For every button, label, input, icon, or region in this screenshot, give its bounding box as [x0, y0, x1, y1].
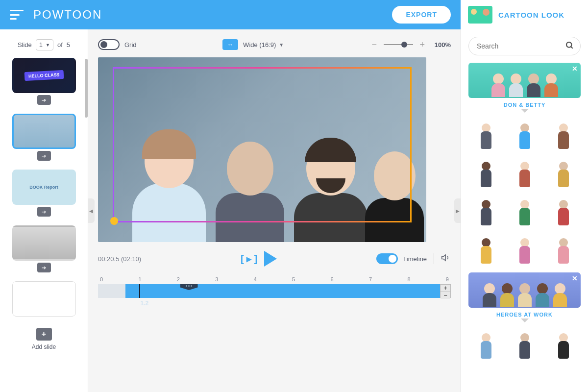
- collapse-left-icon[interactable]: ◀: [88, 198, 95, 223]
- timeline-add-button[interactable]: +: [441, 285, 450, 292]
- slide-thumb-4[interactable]: [12, 225, 76, 261]
- selection-box[interactable]: [113, 67, 412, 222]
- character-item[interactable]: [546, 327, 581, 359]
- character-item[interactable]: [468, 118, 503, 149]
- category-thumb: [468, 6, 492, 24]
- slide-select[interactable]: 1 ▼: [36, 39, 53, 50]
- slides-panel: Slide 1 ▼ of 5 HELLO CLASS ➔ ➔ BOOK Repo…: [0, 29, 88, 392]
- pack-banner[interactable]: ✕: [468, 63, 581, 98]
- menu-icon[interactable]: [10, 10, 24, 20]
- category-header[interactable]: CARTOON LOOK: [461, 0, 588, 29]
- character-item[interactable]: [507, 232, 542, 264]
- character-item[interactable]: [546, 194, 581, 225]
- slide-counter: Slide 1 ▼ of 5: [18, 39, 70, 50]
- divider: [434, 253, 434, 264]
- slide-total: 5: [67, 41, 70, 49]
- character-item[interactable]: [546, 118, 581, 149]
- character-item[interactable]: [507, 118, 542, 149]
- transition-icon[interactable]: ➔: [37, 151, 51, 161]
- character-item[interactable]: [468, 194, 503, 225]
- grid-toggle[interactable]: [98, 39, 120, 50]
- category-title: CARTOON LOOK: [498, 11, 564, 19]
- playback-bar: 00:20.5 (02:10) [ ▸ ] Timeline: [98, 251, 451, 267]
- pack-name: HEROES AT WORK: [468, 312, 581, 318]
- export-button[interactable]: EXPORT: [392, 6, 451, 24]
- zoom-out-button[interactable]: −: [370, 40, 379, 50]
- canvas-area: ◀ ▶ Grid ↔ Wide (16:9) ▼ − + 100%: [88, 29, 461, 392]
- app-header: POWTOON EXPORT CARTOON LOOK: [0, 0, 588, 29]
- slide-thumb-2[interactable]: [12, 114, 76, 149]
- character-item[interactable]: [468, 156, 503, 187]
- slide-label: Slide: [18, 41, 32, 49]
- plus-icon: +: [36, 328, 52, 341]
- close-icon[interactable]: ✕: [572, 274, 578, 282]
- timeline-remove-button[interactable]: −: [441, 292, 450, 299]
- canvas[interactable]: [98, 57, 426, 242]
- collapse-right-icon[interactable]: ▶: [454, 198, 461, 223]
- grid-label: Grid: [124, 41, 137, 49]
- character-item[interactable]: [468, 327, 503, 359]
- timeline-label: Timeline: [403, 255, 427, 263]
- pack-name: DON & BETTY: [468, 102, 581, 108]
- character-pack: ✕ DON & BETTY: [468, 63, 581, 264]
- zoom-value: 100%: [435, 41, 451, 49]
- slide-thumb-3[interactable]: BOOK Report: [12, 170, 76, 205]
- transition-icon[interactable]: ➔: [37, 207, 51, 217]
- zoom-slider[interactable]: [384, 44, 413, 45]
- transition-icon[interactable]: ➔: [37, 263, 51, 272]
- assets-panel: ✕ DON & BETTY ✕: [461, 29, 588, 392]
- svg-marker-0: [442, 255, 446, 261]
- play-button[interactable]: [264, 251, 277, 267]
- time-display: 00:20.5 (02:10): [98, 255, 141, 263]
- svg-point-1: [566, 42, 572, 48]
- character-item[interactable]: [507, 194, 542, 225]
- chevron-down-icon[interactable]: ▼: [279, 42, 284, 48]
- of-label: of: [57, 41, 63, 49]
- close-icon[interactable]: ✕: [572, 65, 578, 73]
- expand-icon: ↔: [227, 41, 233, 48]
- character-item[interactable]: [546, 232, 581, 264]
- aspect-label: Wide (16:9): [243, 41, 276, 49]
- scrollbar[interactable]: [85, 59, 88, 118]
- character-item[interactable]: [507, 156, 542, 187]
- transition-icon[interactable]: ➔: [37, 95, 51, 105]
- volume-icon[interactable]: [441, 253, 451, 265]
- timeline-indicator: 1.2: [140, 300, 451, 307]
- chevron-down-icon: [521, 109, 529, 113]
- timeline-ruler: 0 1 2 3 4 5 6 7 8 9: [98, 276, 451, 284]
- timeline: 0 1 2 3 4 5 6 7 8 9 + −: [98, 276, 451, 307]
- aspect-badge[interactable]: ↔: [222, 39, 238, 50]
- character-pack: ✕ HEROES AT WORK: [468, 272, 581, 359]
- character-item[interactable]: [507, 327, 542, 359]
- slide-thumb-5[interactable]: [12, 281, 76, 317]
- slide-thumb-1[interactable]: HELLO CLASS: [12, 58, 76, 93]
- playhead[interactable]: [139, 284, 140, 298]
- zoom-in-button[interactable]: +: [418, 40, 427, 50]
- pack-banner[interactable]: ✕: [468, 272, 581, 308]
- search-icon[interactable]: [565, 41, 574, 51]
- search-input[interactable]: [468, 37, 581, 55]
- selection-handle[interactable]: [110, 217, 118, 225]
- character-item[interactable]: [468, 232, 503, 264]
- play-section-button[interactable]: [ ▸ ]: [241, 253, 257, 265]
- character-item[interactable]: [546, 156, 581, 187]
- chevron-down-icon: ▼: [46, 43, 50, 48]
- timeline-track[interactable]: [98, 284, 440, 298]
- canvas-toolbar: Grid ↔ Wide (16:9) ▼ − + 100%: [98, 39, 451, 50]
- chevron-down-icon: [521, 318, 529, 322]
- app-logo: POWTOON: [33, 8, 102, 22]
- timeline-toggle[interactable]: [376, 253, 398, 264]
- add-slide-button[interactable]: + Add slide: [32, 328, 56, 350]
- svg-line-2: [571, 47, 572, 48]
